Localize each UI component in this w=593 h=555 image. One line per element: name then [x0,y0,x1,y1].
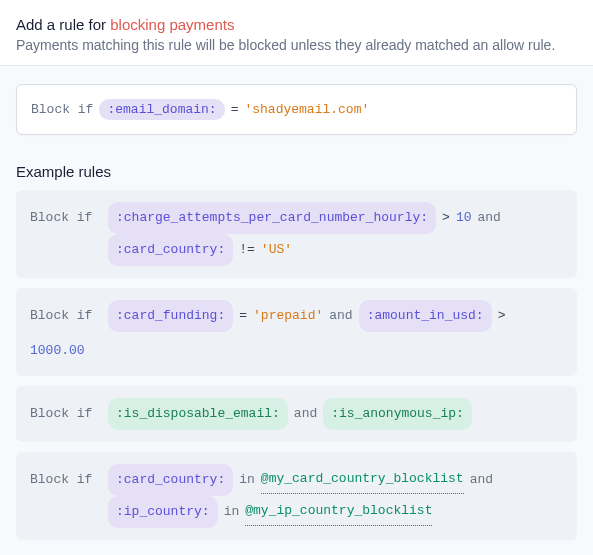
field-pill: :card_country: [108,464,233,496]
bool-pill: :is_anonymous_ip: [323,398,472,430]
operator-gt: > [498,303,506,329]
example-rule: Block if :card_country: in @my_card_coun… [16,452,577,540]
rule-input[interactable]: Block if :email_domain: = 'shadyemail.co… [16,84,577,135]
operator-gt: > [442,205,450,231]
examples-heading: Example rules [16,163,577,180]
keyword-in: in [224,499,240,525]
example-rule: Block if :card_funding: = 'prepaid' and … [16,288,577,376]
string-literal: 'prepaid' [253,303,323,329]
dialog-title: Add a rule for blocking payments [16,16,577,33]
bool-pill: :is_disposable_email: [108,398,288,430]
example-rule: Block if :is_disposable_email: and :is_a… [16,386,577,442]
field-pill: :ip_country: [108,496,218,528]
operator-equals: = [239,303,247,329]
keyword-and: and [477,205,500,231]
field-pill: :card_country: [108,234,233,266]
field-pill-email-domain: :email_domain: [99,99,224,120]
list-reference: @my_card_country_blocklist [261,466,464,494]
string-literal: 'US' [261,237,292,263]
operator-equals: = [231,102,239,117]
keyword-in: in [239,467,255,493]
rule-prefix: Block if [30,401,102,427]
title-accent: blocking payments [110,16,234,33]
title-prefix: Add a rule for [16,16,110,33]
list-reference: @my_ip_country_blocklist [245,498,432,526]
keyword-and: and [329,303,352,329]
rule-prefix: Block if [30,467,102,493]
field-pill: :card_funding: [108,300,233,332]
number-literal: 1000.00 [30,338,85,364]
dialog-subtitle: Payments matching this rule will be bloc… [16,37,577,53]
field-pill: :amount_in_usd: [359,300,492,332]
rule-prefix: Block if [30,303,102,329]
rule-prefix: Block if [31,102,93,117]
string-value: 'shadyemail.com' [244,102,369,117]
operator-neq: != [239,237,255,263]
keyword-and: and [470,467,493,493]
number-literal: 10 [456,205,472,231]
keyword-and: and [294,401,317,427]
field-pill: :charge_attempts_per_card_number_hourly: [108,202,436,234]
example-rule: Block if :charge_attempts_per_card_numbe… [16,190,577,278]
rule-prefix: Block if [30,205,102,231]
